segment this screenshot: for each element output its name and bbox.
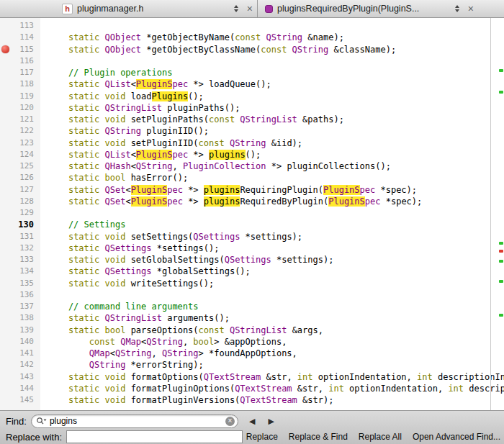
line-number: 142	[0, 359, 40, 371]
search-result-mark	[499, 91, 503, 94]
code-editor[interactable]: 113114 static QObject *getObjectByName(c…	[0, 18, 504, 410]
line-number: 129	[0, 207, 40, 219]
line-number: 136	[0, 289, 40, 301]
code-text: static QObject *getObjectByClassName(con…	[40, 44, 396, 55]
replace-button[interactable]: Replace	[246, 432, 278, 442]
code-line[interactable]: 132 static QSettings *settings();	[0, 243, 504, 254]
code-line[interactable]: 138 static QStringList arguments();	[0, 312, 504, 324]
clear-search-icon[interactable]: ×	[225, 417, 235, 426]
code-line[interactable]: 118 static QList<PluginSpec *> loadQueue…	[0, 78, 504, 90]
line-number: 134	[0, 266, 40, 277]
code-line[interactable]: 127 static QSet<PluginSpec *> pluginsReq…	[0, 184, 504, 196]
line-number: 120	[0, 102, 40, 114]
line-number: 124	[0, 149, 40, 160]
code-line[interactable]: 136	[0, 289, 504, 301]
code-line[interactable]: 145 static void formatPluginVersions(QTe…	[0, 394, 504, 406]
line-number: 126	[0, 172, 40, 184]
header-file-icon: h	[62, 4, 73, 14]
tab-current-symbol[interactable]: pluginsRequiredByPlugin(PluginS... ×	[258, 0, 504, 17]
code-line[interactable]: 124 static QList<PluginSpec *> plugins()…	[0, 149, 504, 160]
code-line[interactable]: 143 static void formatOptions(QTextStrea…	[0, 371, 504, 383]
code-line[interactable]: 130 // Settings	[0, 219, 504, 230]
code-line[interactable]: 134 static QSettings *globalSettings();	[0, 266, 504, 277]
code-text: static QObject *getObjectByName(const QS…	[40, 32, 344, 43]
bookmark-icon	[1, 45, 9, 53]
code-text: static QStringList pluginPaths();	[40, 102, 240, 114]
line-number: 140	[0, 336, 40, 348]
find-field-wrap[interactable]: ×	[31, 414, 238, 428]
code-text: static QString pluginIID();	[40, 125, 209, 137]
find-toolbar: Find: × ◀ ▶ Replace with: Replace Replac…	[0, 410, 504, 444]
replace-and-find-button[interactable]: Replace & Find	[289, 432, 348, 442]
tab-pluginmanager-h[interactable]: h pluginmanager.h ×	[0, 0, 258, 17]
code-line[interactable]: 115 static QObject *getObjectByClassName…	[0, 44, 504, 55]
replace-all-button[interactable]: Replace All	[359, 432, 402, 442]
close-icon[interactable]: ×	[243, 4, 257, 14]
function-symbol-icon	[265, 5, 273, 13]
code-line[interactable]: 141 QMap<QString, QString> *foundAppOpti…	[0, 348, 504, 359]
code-line[interactable]: 131 static void setSettings(QSettings *s…	[0, 231, 504, 243]
symbol-dropdown-icon[interactable]	[451, 5, 464, 12]
line-number: 139	[0, 325, 40, 336]
code-line[interactable]: 142 QString *errorString);	[0, 359, 504, 371]
code-text: // Plugin operations	[40, 67, 172, 78]
code-text	[40, 55, 48, 67]
line-number: 131	[0, 231, 40, 243]
line-number: 143	[0, 371, 40, 383]
code-line[interactable]: 135 static void writeSettings();	[0, 278, 504, 289]
line-number: 145	[0, 394, 40, 406]
code-line[interactable]: 133 static void setGlobalSettings(QSetti…	[0, 254, 504, 266]
code-line[interactable]: 113	[0, 20, 504, 32]
find-label: Find:	[6, 416, 27, 427]
search-icon[interactable]	[36, 417, 47, 425]
line-number: 113	[0, 20, 40, 32]
code-line[interactable]: 140 const QMap<QString, bool> &appOption…	[0, 336, 504, 348]
code-line[interactable]: 117 // Plugin operations	[0, 67, 504, 78]
code-text: static void formatPluginVersions(QTextSt…	[40, 394, 333, 406]
search-result-mark	[499, 69, 503, 72]
code-text: static void setPluginIID(const QString &…	[40, 137, 302, 149]
replace-input[interactable]	[66, 430, 243, 443]
code-text: static void writeSettings();	[40, 278, 214, 289]
close-icon[interactable]: ×	[464, 4, 478, 14]
code-line[interactable]: 116	[0, 55, 504, 67]
code-line[interactable]: 126 static bool hasError();	[0, 172, 504, 184]
code-text: // Settings	[40, 219, 125, 230]
find-buttons: Replace Replace & Find Replace All Open …	[246, 432, 504, 442]
line-number: 130	[0, 219, 40, 230]
code-line[interactable]: 129	[0, 207, 504, 219]
document-dropdown-icon[interactable]	[230, 5, 243, 12]
code-line[interactable]: 120 static QStringList pluginPaths();	[0, 102, 504, 114]
find-previous-button[interactable]: ◀	[243, 417, 261, 426]
code-line[interactable]: 123 static void setPluginIID(const QStri…	[0, 137, 504, 149]
code-text: static QSet<PluginSpec *> pluginsRequiri…	[40, 184, 417, 196]
code-line[interactable]: 128 static QSet<PluginSpec *> pluginsReq…	[0, 196, 504, 207]
code-line[interactable]: 144 static void formatPluginOptions(QTex…	[0, 383, 504, 394]
open-advanced-find-button[interactable]: Open Advanced Find...	[413, 432, 500, 442]
code-text	[40, 207, 48, 219]
code-line[interactable]: 139 static bool parseOptions(const QStri…	[0, 325, 504, 336]
code-line[interactable]: 119 static void loadPlugins();	[0, 91, 504, 102]
code-text: static void formatOptions(QTextStream &s…	[40, 371, 504, 383]
code-text: static QSettings *settings();	[40, 243, 219, 254]
find-next-button[interactable]: ▶	[261, 417, 280, 426]
code-text: static QList<PluginSpec *> loadQueue();	[40, 78, 271, 90]
code-line[interactable]: 125 static QHash<QString, PluginCollecti…	[0, 160, 504, 172]
code-line[interactable]: 137 // command line arguments	[0, 301, 504, 312]
replace-label: Replace with:	[6, 432, 62, 443]
line-number: 128	[0, 196, 40, 207]
line-number: 122	[0, 125, 40, 137]
overview-ruler[interactable]	[490, 18, 504, 410]
line-number: 127	[0, 184, 40, 196]
code-line[interactable]: 122 static QString pluginIID();	[0, 125, 504, 137]
code-line[interactable]: 121 static void setPluginPaths(const QSt…	[0, 114, 504, 125]
find-input[interactable]	[50, 416, 223, 426]
code-text: static QSet<PluginSpec *> pluginsRequire…	[40, 196, 422, 207]
symbol-title: pluginsRequiredByPlugin(PluginS...	[277, 4, 419, 14]
search-result-mark	[499, 314, 503, 317]
line-number: 133	[0, 254, 40, 266]
line-number: 117	[0, 67, 40, 78]
code-text: const QMap<QString, bool> &appOptions,	[40, 336, 287, 348]
code-line[interactable]: 114 static QObject *getObjectByName(cons…	[0, 32, 504, 43]
code-text: static void setSettings(QSettings *setti…	[40, 231, 302, 243]
